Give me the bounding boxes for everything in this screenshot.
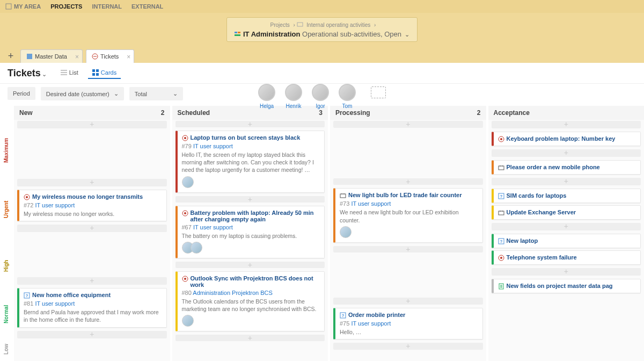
ticket-card[interactable]: Battery problem with laptop: Already 50 … bbox=[175, 206, 325, 258]
card-meta: #81 IT user support bbox=[24, 300, 162, 307]
lane[interactable]: My wireless mouse no longer transmits#72… bbox=[14, 187, 170, 223]
add-card-button[interactable]: + bbox=[333, 121, 483, 128]
person-henrik[interactable]: Henrik bbox=[285, 84, 302, 109]
close-icon[interactable]: × bbox=[127, 53, 130, 61]
lane[interactable]: New light bulb for LED trade fair counte… bbox=[330, 186, 486, 244]
ticket-card[interactable]: Update Exchange Server bbox=[492, 205, 641, 220]
q-icon: ? bbox=[498, 238, 504, 244]
view-cards[interactable]: Cards bbox=[88, 67, 121, 79]
add-card-button[interactable]: + bbox=[492, 178, 641, 185]
lane[interactable]: ?Order mobile printer#75 IT user support… bbox=[330, 306, 486, 342]
lane[interactable]: Battery problem with laptop: Already 50 … bbox=[172, 204, 328, 261]
tab-master-data[interactable]: Master Data× bbox=[20, 49, 83, 63]
add-card-button[interactable]: + bbox=[333, 343, 483, 350]
lane[interactable] bbox=[172, 342, 328, 361]
add-card-button[interactable]: + bbox=[17, 225, 167, 232]
add-card-button[interactable]: + bbox=[333, 178, 483, 185]
lane[interactable]: New fields on project master data pag bbox=[488, 277, 645, 295]
lane-label-high: High bbox=[3, 239, 14, 293]
add-card-button[interactable]: + bbox=[492, 149, 641, 157]
tab-tickets[interactable]: Tickets× bbox=[86, 49, 134, 63]
lane[interactable]: Outlook Sync with Projektron BCS does no… bbox=[172, 269, 328, 334]
filter-bar: Period Desired date (customer)⌄ Total⌄ H… bbox=[0, 84, 644, 103]
ticket-card[interactable]: ?SIM cards for laptops bbox=[492, 189, 641, 203]
lane[interactable] bbox=[330, 351, 486, 361]
top-nav: MY AREA PROJECTS INTERNAL EXTERNAL bbox=[0, 0, 644, 13]
add-card-button[interactable]: + bbox=[333, 298, 483, 305]
nav-internal[interactable]: INTERNAL bbox=[92, 3, 122, 10]
ticket-card[interactable]: ?Order mobile printer#75 IT user support… bbox=[333, 308, 483, 340]
ticket-card[interactable]: Please order a new mobile phone bbox=[492, 160, 641, 175]
ticket-card[interactable]: Keyboard problem laptop: Number key bbox=[492, 132, 641, 146]
add-tab-button[interactable]: + bbox=[4, 50, 17, 63]
nav-myarea[interactable]: MY AREA bbox=[5, 3, 41, 10]
card-assignees bbox=[340, 224, 478, 239]
ticket-card[interactable]: Outlook Sync with Projektron BCS does no… bbox=[175, 271, 325, 331]
svg-rect-0 bbox=[6, 4, 11, 9]
card-title: New light bulb for LED trade fair counte… bbox=[348, 192, 462, 199]
svg-text:?: ? bbox=[342, 313, 345, 318]
person-tom[interactable]: Tom bbox=[339, 84, 356, 109]
ticket-card[interactable]: ?New laptop bbox=[492, 234, 641, 248]
page-title[interactable]: Tickets⌄ bbox=[8, 68, 47, 79]
ticket-card[interactable]: New light bulb for LED trade fair counte… bbox=[333, 188, 483, 242]
card-title: Battery problem with laptop: Already 50 … bbox=[191, 210, 320, 222]
add-card-button[interactable]: + bbox=[175, 196, 325, 203]
lane[interactable] bbox=[330, 129, 486, 177]
view-list[interactable]: List bbox=[56, 67, 83, 79]
card-title: New fields on project master data pag bbox=[507, 283, 613, 290]
lane-label-maximum: Maximum bbox=[3, 121, 14, 180]
filter-total[interactable]: Total⌄ bbox=[129, 87, 183, 100]
svg-point-20 bbox=[184, 278, 186, 280]
lane[interactable] bbox=[14, 340, 170, 356]
add-card-button[interactable]: + bbox=[333, 246, 483, 253]
add-card-button[interactable]: + bbox=[175, 335, 325, 341]
ticket-card[interactable]: My wireless mouse no longer transmits#72… bbox=[17, 190, 167, 221]
bug-icon bbox=[182, 276, 188, 282]
lane[interactable]: Keyboard problem laptop: Number key bbox=[488, 129, 645, 148]
add-card-button[interactable]: + bbox=[175, 262, 325, 268]
person-igor[interactable]: Igor bbox=[312, 84, 329, 109]
lane[interactable]: ?New home office equipment#81 IT user su… bbox=[14, 286, 170, 329]
add-card-button[interactable]: + bbox=[492, 121, 641, 128]
svg-point-33 bbox=[500, 257, 502, 259]
context-bar: Projects › Internal operating activities… bbox=[0, 13, 644, 49]
ticket-card[interactable]: New fields on project master data pag bbox=[492, 279, 641, 293]
project-line[interactable]: IT Administration Operational sub-activi… bbox=[235, 30, 409, 38]
close-icon[interactable]: × bbox=[75, 53, 79, 61]
ticket-card[interactable]: Laptop turns on but screen stays black#7… bbox=[175, 131, 325, 193]
svg-rect-4 bbox=[235, 34, 240, 36]
lane[interactable]: Please order a new mobile phone bbox=[488, 158, 645, 177]
lane[interactable]: Laptop turns on but screen stays black#7… bbox=[172, 128, 328, 195]
filter-period[interactable]: Period bbox=[8, 87, 35, 100]
add-card-button[interactable]: + bbox=[492, 268, 641, 276]
nav-projects[interactable]: PROJECTS bbox=[50, 3, 82, 10]
ticket-card[interactable]: ?New home office equipment#81 IT user su… bbox=[17, 288, 167, 327]
add-card-button[interactable]: + bbox=[492, 223, 641, 230]
svg-rect-10 bbox=[96, 73, 99, 76]
nav-external[interactable]: EXTERNAL bbox=[131, 3, 163, 10]
lane[interactable]: ?SIM cards for laptopsUpdate Exchange Se… bbox=[488, 186, 645, 222]
filter-dateby[interactable]: Desired date (customer)⌄ bbox=[41, 87, 124, 100]
lane[interactable] bbox=[330, 254, 486, 297]
lane[interactable]: ?New laptopTelephone system failure bbox=[488, 232, 645, 267]
person-helga[interactable]: Helga bbox=[258, 84, 275, 109]
svg-text:?: ? bbox=[500, 194, 502, 199]
card-title: Telephone system failure bbox=[507, 254, 577, 261]
lane[interactable] bbox=[14, 233, 170, 276]
lane[interactable] bbox=[14, 129, 170, 178]
add-card-button[interactable]: + bbox=[17, 179, 167, 186]
add-card-button[interactable]: + bbox=[17, 121, 167, 128]
add-card-button[interactable]: + bbox=[17, 331, 167, 338]
ticket-card[interactable]: Telephone system failure bbox=[492, 250, 641, 265]
card-title: SIM cards for laptops bbox=[507, 192, 567, 199]
bug-icon bbox=[498, 136, 504, 142]
add-card-button[interactable]: + bbox=[17, 277, 167, 285]
add-card-button[interactable]: + bbox=[175, 121, 325, 127]
card-title: New laptop bbox=[507, 237, 538, 244]
expand-icon[interactable] bbox=[371, 86, 386, 98]
card-desc: Hello, … bbox=[340, 328, 478, 336]
context-box[interactable]: Projects › Internal operating activities… bbox=[226, 17, 417, 42]
q-icon: ? bbox=[340, 312, 346, 319]
card-desc: The battery on my laptop is causing prob… bbox=[182, 232, 320, 240]
